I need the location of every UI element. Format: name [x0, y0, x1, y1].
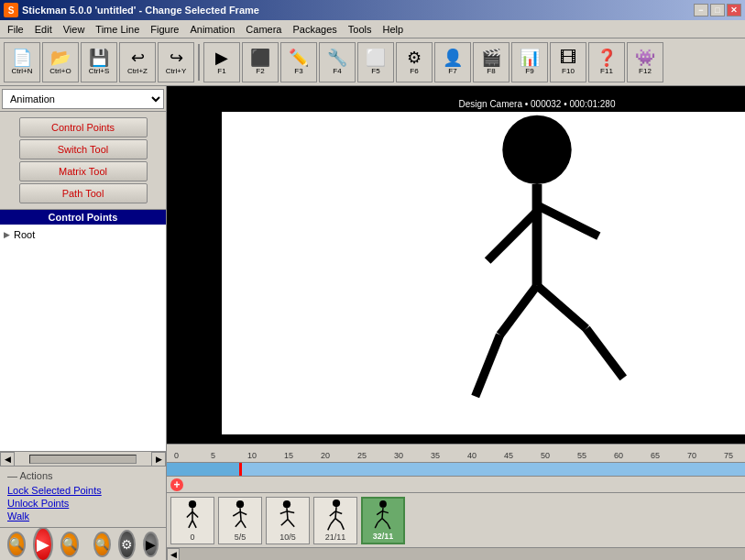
svg-line-25 [288, 519, 294, 526]
control-points-tree: ▶ Root [0, 225, 166, 451]
toolbar-icon: 📊 [520, 49, 540, 66]
menu-item-camera[interactable]: Camera [240, 22, 287, 37]
ruler-mark-70: 70 [687, 451, 724, 460]
toolbar-icon: ↪ [170, 49, 183, 66]
path-tool[interactable]: Path Tool [19, 183, 148, 203]
toolbar-icon: ▶ [215, 49, 228, 66]
settings-button[interactable]: ⚙ [118, 530, 136, 559]
svg-point-8 [189, 500, 196, 508]
toolbar-btn-f10[interactable]: 🎞F10 [550, 42, 586, 82]
toolbar-btn-ctrl-n[interactable]: 📄Ctrl+N [4, 42, 40, 82]
svg-line-27 [335, 507, 336, 518]
frame-thumbnail-1[interactable]: 5/5 [218, 497, 262, 544]
toolbar-separator [198, 44, 200, 81]
camera-label: Design Camera • 000032 • 000:01:280 [222, 95, 745, 112]
frame-label: 32/11 [373, 532, 394, 541]
unlock-points-link[interactable]: Unlock Points [7, 498, 159, 509]
frames-scrollbar: ◀ ▶ [167, 547, 745, 560]
toolbar-btn-ctrl-s[interactable]: 💾Ctrl+S [81, 42, 117, 82]
toolbar-btn-ctrl-z[interactable]: ↩Ctrl+Z [119, 42, 156, 82]
toolbar-btn-ctrl-y[interactable]: ↪Ctrl+Y [158, 42, 194, 82]
frames-scroll-track[interactable] [180, 548, 745, 560]
toolbar-icon: ↩ [131, 49, 145, 66]
scroll-left-button[interactable]: ◀ [0, 452, 15, 467]
toolbar-btn-f9[interactable]: 📊F9 [511, 42, 548, 82]
zoom-out-button[interactable]: 🔍 [60, 532, 79, 557]
timeline-bar[interactable] [167, 463, 745, 476]
canvas-area: Design Camera • 000032 • 000:01:280 [167, 86, 745, 560]
lock-selected-points-link[interactable]: Lock Selected Points [7, 485, 159, 496]
menu-item-time-line[interactable]: Time Line [90, 22, 145, 37]
svg-line-33 [341, 522, 344, 529]
window-controls: − □ ✕ [694, 4, 741, 16]
tree-expand-icon[interactable]: ▶ [4, 230, 10, 239]
timeline-playhead[interactable] [239, 463, 242, 476]
frame-thumbnail-4[interactable]: 32/11 [361, 497, 405, 544]
panel-dropdown[interactable]: Animation Scene Character [2, 89, 164, 109]
minimize-button[interactable]: − [694, 4, 708, 16]
toolbar-btn-f4[interactable]: 🔧F4 [319, 42, 356, 82]
toolbar-btn-f7[interactable]: 👤F7 [434, 42, 471, 82]
tools-section: Control Points Switch Tool Matrix Tool P… [0, 112, 166, 210]
ruler-mark-55: 55 [577, 451, 614, 460]
toolbar-btn-f1[interactable]: ▶F1 [203, 42, 240, 82]
scroll-right-button[interactable]: ▶ [151, 452, 166, 467]
stickman-viewport [222, 112, 745, 434]
timeline-area: 05101520253035404550556065707580859095 +… [167, 444, 745, 560]
svg-line-23 [287, 511, 294, 512]
menu-item-edit[interactable]: Edit [29, 22, 58, 37]
control-points-tool[interactable]: Control Points [19, 117, 148, 137]
toolbar-icon: 📂 [50, 49, 71, 66]
frames-scroll-left[interactable]: ◀ [167, 548, 180, 560]
toolbar-icon: ⬜ [366, 49, 386, 66]
menu-item-view[interactable]: View [58, 22, 91, 37]
frame-stickman [367, 500, 400, 532]
toolbar-btn-f3[interactable]: ✏️F3 [280, 42, 317, 82]
toolbar-btn-f8[interactable]: 🎬F8 [473, 42, 509, 82]
play-forward-button[interactable]: ▶ [143, 532, 159, 557]
close-button[interactable]: ✕ [727, 4, 741, 16]
toolbar-btn-f11[interactable]: ❓F11 [588, 42, 625, 82]
matrix-tool[interactable]: Matrix Tool [19, 161, 148, 181]
add-track-button[interactable]: + [170, 478, 183, 491]
ruler-mark-65: 65 [651, 451, 687, 460]
menu-item-packages[interactable]: Packages [287, 22, 342, 37]
frame-label: 0 [190, 533, 194, 542]
toolbar-btn-f6[interactable]: ⚙F6 [396, 42, 433, 82]
maximize-button[interactable]: □ [710, 4, 725, 16]
zoom-in-button[interactable]: 🔍 [7, 532, 26, 557]
menu-item-tools[interactable]: Tools [343, 22, 378, 37]
svg-line-3 [537, 205, 598, 236]
toolbar-btn-ctrl-o[interactable]: 📂Ctrl+O [42, 42, 79, 82]
ruler-mark-30: 30 [394, 451, 431, 460]
toolbar-btn-f5[interactable]: ⬜F5 [357, 42, 394, 82]
menu-item-animation[interactable]: Animation [184, 22, 240, 37]
menu-item-figure[interactable]: Figure [145, 22, 184, 37]
add-track-row: + [167, 476, 745, 492]
toolbar-label: F5 [371, 67, 379, 75]
actions-section: — Actions Lock Selected Points Unlock Po… [0, 466, 166, 527]
menu-item-help[interactable]: Help [377, 22, 409, 37]
ruler-mark-25: 25 [357, 451, 394, 460]
ruler-mark-60: 60 [614, 451, 651, 460]
toolbar-label: F7 [448, 67, 456, 75]
zoom-fit-button[interactable]: 🔍 [93, 532, 111, 557]
toolbar-icon: 💾 [89, 49, 109, 66]
switch-tool[interactable]: Switch Tool [19, 139, 148, 159]
frame-thumbnail-2[interactable]: 10/5 [266, 497, 310, 544]
toolbar-btn-f2[interactable]: ⬛F2 [242, 42, 279, 82]
svg-line-12 [189, 520, 192, 527]
stickman-figure [400, 113, 674, 434]
scroll-track[interactable] [29, 455, 137, 464]
svg-line-5 [476, 335, 500, 396]
toolbar-btn-f12[interactable]: 👾F12 [627, 42, 663, 82]
svg-point-0 [502, 115, 571, 184]
frame-thumbnail-0[interactable]: 0 [170, 497, 214, 544]
menu-item-file[interactable]: File [2, 22, 29, 37]
svg-line-32 [335, 518, 341, 522]
frame-thumbnail-3[interactable]: 21/11 [313, 497, 357, 544]
svg-line-35 [382, 507, 383, 518]
play-button[interactable]: ▶ [33, 527, 53, 561]
ruler-mark-5: 5 [211, 451, 247, 460]
walk-link[interactable]: Walk [7, 511, 159, 522]
